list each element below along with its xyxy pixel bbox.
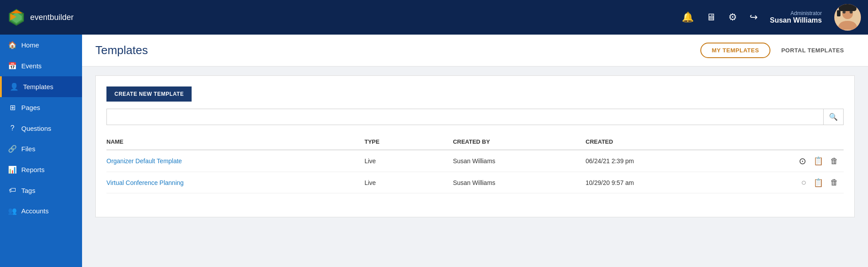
search-button[interactable]: 🔍	[823, 109, 843, 125]
avatar-image	[834, 4, 861, 31]
sidebar-item-templates[interactable]: 👤 Templates	[0, 76, 82, 97]
col-header-name: NAME	[106, 134, 365, 150]
sidebar-item-questions[interactable]: ? Questions	[0, 118, 82, 138]
notification-icon[interactable]: 🔔	[682, 12, 694, 23]
sidebar-item-reports[interactable]: 📊 Reports	[0, 159, 82, 180]
row2-toggle-icon[interactable]: ○	[801, 177, 806, 188]
search-bar: 🔍	[106, 109, 844, 125]
search-input[interactable]	[107, 110, 823, 124]
col-header-type: TYPE	[365, 134, 453, 150]
sidebar-label-events: Events	[21, 62, 42, 70]
col-header-actions	[733, 134, 844, 150]
table-row: Virtual Conference Planning Live Susan W…	[106, 172, 844, 193]
row1-action-icons: ⊙ 📋 🗑	[733, 156, 838, 166]
templates-table: NAME TYPE CREATED BY CREATED Organizer D…	[106, 134, 844, 193]
sidebar-label-tags: Tags	[21, 187, 35, 194]
avatar	[834, 4, 861, 31]
create-new-template-button[interactable]: CREATE NEW TEMPLATE	[106, 86, 192, 102]
logo-icon	[7, 8, 26, 27]
top-header: eventbuilder 🔔 🖥 ⚙ ↪ Administrator Susan…	[0, 0, 868, 35]
tab-portal-templates[interactable]: PORTAL TEMPLATES	[770, 43, 855, 57]
settings-icon[interactable]: ⚙	[728, 12, 737, 23]
sidebar-item-accounts[interactable]: 👥 Accounts	[0, 200, 82, 221]
sidebar-item-files[interactable]: 🔗 Files	[0, 138, 82, 159]
questions-icon: ?	[8, 124, 17, 132]
table-row: Organizer Default Template Live Susan Wi…	[106, 150, 844, 172]
table-header-row: NAME TYPE CREATED BY CREATED	[106, 134, 844, 150]
sidebar-label-pages: Pages	[21, 104, 40, 111]
header-icons: 🔔 🖥 ⚙ ↪	[682, 12, 758, 23]
col-header-created: CREATED	[585, 134, 733, 150]
accounts-icon: 👥	[8, 207, 17, 215]
reports-icon: 📊	[8, 165, 17, 174]
row1-copy-icon[interactable]: 📋	[813, 156, 823, 166]
pages-icon: ⊞	[8, 103, 17, 112]
content-area: Templates MY TEMPLATES PORTAL TEMPLATES …	[82, 35, 868, 267]
svg-rect-10	[837, 10, 841, 16]
row2-name[interactable]: Virtual Conference Planning	[106, 172, 365, 193]
sidebar: 🏠 Home 📅 Events 👤 Templates ⊞ Pages ? Qu…	[0, 35, 82, 267]
logout-icon[interactable]: ↪	[750, 12, 758, 23]
content-box: CREATE NEW TEMPLATE 🔍 NAME TYPE CREATED …	[95, 75, 855, 217]
monitor-icon[interactable]: 🖥	[706, 12, 716, 23]
sidebar-label-templates: Templates	[23, 83, 53, 90]
row1-type: Live	[365, 150, 453, 172]
tags-icon: 🏷	[8, 186, 17, 194]
row2-created-by: Susan Williams	[453, 172, 585, 193]
logo-area: eventbuilder	[7, 8, 74, 27]
tab-buttons: MY TEMPLATES PORTAL TEMPLATES	[700, 43, 855, 58]
row2-actions: ○ 📋 🗑	[733, 172, 844, 193]
sidebar-item-events[interactable]: 📅 Events	[0, 55, 82, 76]
row1-toggle-icon[interactable]: ⊙	[799, 156, 806, 166]
tab-my-templates[interactable]: MY TEMPLATES	[700, 43, 771, 58]
row2-delete-icon[interactable]: 🗑	[830, 178, 838, 187]
user-role: Administrator	[790, 10, 822, 16]
sidebar-label-files: Files	[21, 145, 35, 153]
svg-rect-9	[839, 4, 856, 11]
page-title: Templates	[95, 43, 148, 57]
sidebar-label-accounts: Accounts	[21, 207, 49, 215]
row2-copy-icon[interactable]: 📋	[813, 178, 823, 188]
sidebar-label-questions: Questions	[21, 125, 51, 132]
row1-actions: ⊙ 📋 🗑	[733, 150, 844, 172]
app-name: eventbuilder	[30, 13, 74, 22]
templates-icon: 👤	[10, 82, 19, 91]
sidebar-item-home[interactable]: 🏠 Home	[0, 35, 82, 55]
row2-action-icons: ○ 📋 🗑	[733, 177, 838, 188]
events-icon: 📅	[8, 62, 17, 70]
sidebar-item-tags[interactable]: 🏷 Tags	[0, 180, 82, 200]
user-name: Susan Williams	[770, 16, 822, 24]
row1-name[interactable]: Organizer Default Template	[106, 150, 365, 172]
row1-created-by: Susan Williams	[453, 150, 585, 172]
row2-type: Live	[365, 172, 453, 193]
user-info: Administrator Susan Williams	[770, 10, 822, 24]
row1-created: 06/24/21 2:39 pm	[585, 150, 733, 172]
main-layout: 🏠 Home 📅 Events 👤 Templates ⊞ Pages ? Qu…	[0, 35, 868, 267]
col-header-created-by: CREATED BY	[453, 134, 585, 150]
row2-created: 10/29/20 9:57 am	[585, 172, 733, 193]
inner-content: CREATE NEW TEMPLATE 🔍 NAME TYPE CREATED …	[82, 67, 868, 267]
sidebar-item-pages[interactable]: ⊞ Pages	[0, 97, 82, 118]
sidebar-label-reports: Reports	[21, 166, 45, 173]
files-icon: 🔗	[8, 145, 17, 153]
header-right: 🔔 🖥 ⚙ ↪ Administrator Susan Williams	[682, 4, 861, 31]
home-icon: 🏠	[8, 41, 17, 49]
row1-delete-icon[interactable]: 🗑	[830, 157, 838, 166]
content-header: Templates MY TEMPLATES PORTAL TEMPLATES	[82, 35, 868, 67]
sidebar-label-home: Home	[21, 41, 39, 49]
